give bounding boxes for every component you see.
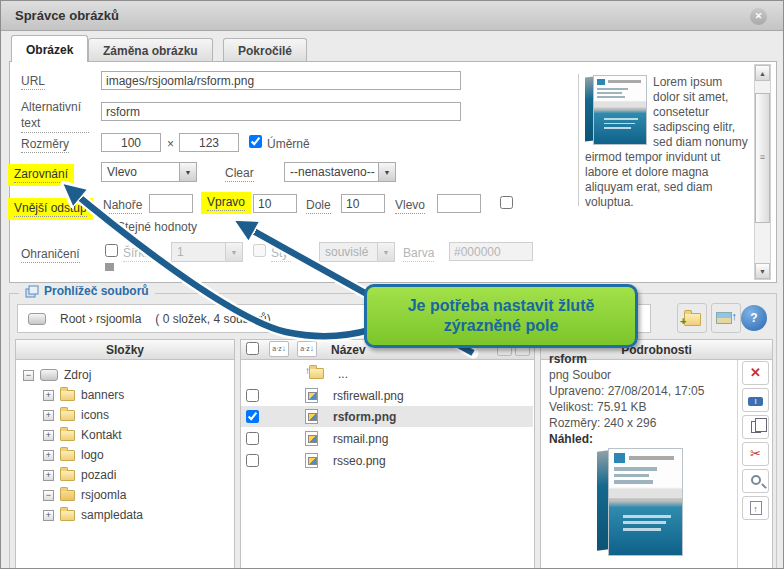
border-checkbox[interactable] [105,244,118,257]
dimensions-label: Rozměry [21,137,69,153]
tree-item-pozadi[interactable]: + pozadi [43,466,116,484]
cut-icon[interactable]: ✂ [742,442,769,466]
new-folder-button[interactable]: + [677,303,707,333]
details-file-name: rsform [549,351,587,367]
plus-icon: + [680,315,686,327]
delete-icon[interactable]: ✕ [742,361,769,385]
close-icon[interactable]: ✕ [750,8,767,25]
margin-label-highlight: Vnější odstup [8,198,93,220]
expand-icon[interactable]: + [43,510,54,521]
margin-bottom-input[interactable] [341,194,385,213]
form-scrollbar[interactable]: ▲ ≡ ▼ [754,64,771,280]
margin-right-input[interactable] [253,194,297,213]
preview-divider [578,74,579,206]
tab-advanced[interactable]: Pokročilé [223,38,307,62]
sort-az-label: a·z [300,345,310,352]
file-row-rsfirewall[interactable]: rsfirewall.png [241,385,533,406]
tree-item-label: pozadi [81,468,116,482]
height-input[interactable] [179,133,239,152]
tree-item-kontakt[interactable]: + Kontakt [43,426,122,444]
file-row-rsmail[interactable]: rsmail.png [241,428,533,449]
file-checkbox[interactable] [246,410,259,423]
alt-text-input[interactable] [101,102,461,121]
tab-swap-image[interactable]: Záměna obrázku [88,38,213,62]
file-name: ... [338,367,348,381]
breadcrumb-path[interactable]: Root › rsjoomla [60,312,141,326]
folder-icon [60,430,75,441]
select-all-checkbox[interactable] [246,342,259,355]
collapse-icon[interactable]: − [43,490,54,501]
help-icon[interactable]: ? [741,305,767,331]
expand-icon[interactable]: + [43,390,54,401]
chevron-down-icon: ▼ [179,163,196,181]
product-box-image [585,75,647,145]
upload-arrow-icon: ↑ [732,310,738,322]
scroll-down-icon[interactable]: ▼ [755,263,770,279]
upload-image-button[interactable]: ↑ [711,303,741,333]
tree-item-rsjoomla[interactable]: − rsjoomla [43,486,126,504]
margin-top-input[interactable] [149,194,193,213]
clear-select[interactable]: --nenastaveno-- ▼ [284,162,396,182]
width-input[interactable] [101,133,161,152]
details-actions-divider [737,360,738,568]
details-size: Velikost: 75.91 KB [549,399,646,415]
file-row-rsform[interactable]: rsform.png [241,406,533,427]
files-name-header: Název [331,343,366,357]
tree-item-root[interactable]: − Zdroj [23,366,91,384]
folder-icon [60,450,75,461]
copy-icon[interactable] [742,415,769,439]
proportional-checkbox[interactable] [249,135,262,148]
margin-equal-label: Stejné hodnoty [117,220,197,235]
tree-item-sampledata[interactable]: + sampledata [43,506,143,524]
expand-icon[interactable]: + [43,410,54,421]
border-style-checkbox [253,244,266,257]
scroll-up-icon[interactable]: ▲ [755,65,770,81]
border-width-select: 1 ▼ [171,242,243,262]
file-checkbox[interactable] [246,432,259,445]
margin-bottom-label: Dole [306,198,331,214]
up-folder-icon [309,368,324,379]
folder-icon [684,313,701,326]
url-input[interactable] [101,71,461,90]
annotation-tooltip: Je potřeba nastavit žlutě zýrazněné pole [364,284,638,348]
tree-item-label: logo [81,448,104,462]
border-width-label: Šířka [123,246,151,262]
sort-az-desc-icon[interactable]: a·z↓ [297,341,317,357]
file-name: rsfirewall.png [333,389,404,403]
margin-equal-checkbox[interactable] [500,196,513,209]
sort-arrow-icon: ↓ [282,344,286,353]
collapse-icon[interactable]: − [23,370,34,381]
tree-item-icons[interactable]: + icons [43,406,109,424]
image-file-icon [305,431,318,446]
scrollbar-thumb[interactable]: ≡ [755,93,770,223]
expand-icon[interactable]: + [43,470,54,481]
sort-az-asc-icon[interactable]: a·z↓ [269,341,289,357]
file-name: rsform.png [333,410,396,424]
image-manager-dialog: Správce obrázků ✕ Obrázek Záměna obrázku… [0,0,784,569]
tab-image[interactable]: Obrázek [11,35,88,62]
preview-zoom-icon[interactable] [742,469,769,493]
expand-icon[interactable]: + [43,450,54,461]
image-file-icon [305,409,318,424]
file-row-rsseo[interactable]: rsseo.png [241,450,533,471]
margin-left-input[interactable] [437,194,481,213]
file-checkbox[interactable] [246,389,259,402]
rename-icon[interactable]: I [742,388,769,412]
tree-item-banners[interactable]: + banners [43,386,124,404]
tree-item-label: sampledata [81,508,143,522]
file-row-up[interactable]: ↑ ... [241,363,533,384]
file-checkbox[interactable] [246,454,259,467]
expand-icon[interactable]: + [43,430,54,441]
align-select[interactable]: Vlevo ▼ [101,162,197,182]
tree-item-label: icons [81,408,109,422]
breadcrumb-count: ( 0 složek, 4 souborů) [155,312,270,326]
border-style-value: souvislé [320,245,377,259]
tree-item-label: rsjoomla [81,488,126,502]
clear-label: Clear [225,166,254,182]
file-browser-legend: Prohlížeč souborů [19,284,155,298]
align-select-value: Vlevo [102,165,179,179]
margin-right-label-highlight: Vpravo [201,192,251,214]
proportional-label: Úměrně [267,137,310,152]
insert-file-icon[interactable]: ↑ [742,496,769,520]
tree-item-logo[interactable]: + logo [43,446,104,464]
